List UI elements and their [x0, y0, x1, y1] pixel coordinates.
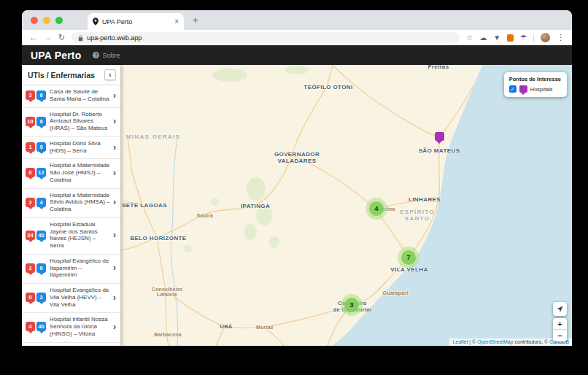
zoom-in-button[interactable]: +: [553, 318, 567, 330]
hospital-list-item[interactable]: 10 8 Hospital Dr. Roberto Arnizaut Silva…: [22, 108, 120, 137]
leaflet-link[interactable]: Leaflet: [452, 339, 468, 344]
hospital-list-item[interactable]: 6 12 Hospital e Maternidade São José (HM…: [22, 159, 120, 188]
window-controls: [22, 10, 70, 30]
ward-count-badge: 0: [36, 263, 46, 273]
fullscreen-window-button[interactable]: [55, 17, 63, 24]
map-canvas[interactable]: FreitasTEÓFILO OTONIMINAS GERAISGOVERNAD…: [120, 65, 572, 346]
bed-badges: 4 40: [26, 322, 47, 331]
points-of-interest-panel: Pontos de Interesse ✓ Hospitais: [504, 72, 567, 97]
lock-icon: [78, 31, 83, 45]
poi-option-row: ✓ Hospitais: [509, 85, 561, 93]
sidebar-collapse-button[interactable]: ‹: [104, 69, 116, 80]
hospital-cluster-marker[interactable]: 7: [398, 247, 419, 268]
reload-icon[interactable]: ↻: [58, 34, 65, 42]
icu-count-badge: 2: [26, 263, 35, 273]
icu-count-badge: 1: [26, 142, 35, 152]
help-icon: ?: [93, 52, 99, 58]
chevron-right-icon: ›: [113, 322, 117, 332]
navigation-arrow-icon: [556, 303, 564, 316]
hospital-list-item[interactable]: 2 4 Hospital e Maternidade Sílvio Avidos…: [22, 189, 120, 218]
hospital-name: Hospital João dos Santos Neves (HJSN) – …: [50, 346, 110, 347]
browser-tab[interactable]: UPA Perto ×: [88, 13, 184, 30]
chevron-right-icon: ›: [113, 197, 117, 207]
icu-count-badge: 0: [26, 293, 35, 302]
hospital-name: Hospital e Maternidade São José (HMSJ) –…: [50, 162, 110, 183]
umbrella-extension-icon[interactable]: ☂: [520, 34, 527, 42]
caret-extension-icon[interactable]: ▼: [493, 34, 500, 42]
close-window-button[interactable]: [31, 17, 38, 24]
hospital-name: Hospital Dr. Roberto Arnizaut Silvares (…: [50, 111, 110, 132]
attribution-text: | ©: [468, 339, 477, 344]
poi-option-label: Hospitais: [530, 86, 553, 93]
profile-avatar[interactable]: [541, 33, 550, 42]
sidebar-header: UTIs / Enfermarias ‹: [22, 65, 120, 85]
hospital-cluster-marker[interactable]: 4: [365, 198, 387, 220]
cloud-extension-icon[interactable]: ☁: [479, 34, 487, 42]
hospital-name: Casa de Saúde de Santa Maria – Colatina: [50, 88, 110, 103]
hospital-name: Hospital e Maternidade Sílvio Avidos (HM…: [50, 192, 110, 213]
url-field[interactable]: upa-perto.web.app: [71, 32, 460, 43]
chevron-right-icon: ›: [113, 90, 117, 101]
hospital-name: Hospital Dório Silva (HDS) – Serra: [50, 140, 110, 155]
zoom-control: + −: [553, 318, 567, 341]
hospital-poi-marker[interactable]: [435, 132, 444, 141]
cluster-count: 4: [369, 201, 384, 216]
bookmark-star-icon[interactable]: ☆: [466, 34, 473, 42]
ward-count-badge: 6: [36, 90, 46, 100]
bed-badges: 6 12: [26, 168, 47, 177]
poi-panel-title: Pontos de Interesse: [509, 76, 561, 82]
chevron-right-icon: ›: [113, 168, 117, 178]
ward-count-badge: 9: [36, 142, 46, 152]
forward-icon[interactable]: →: [44, 34, 52, 42]
icu-count-badge: 2: [26, 198, 35, 207]
bed-badges: 2 4: [26, 198, 47, 207]
tab-close-icon[interactable]: ×: [174, 18, 179, 26]
hospital-list-item[interactable]: 0 8 Hospital João dos Santos Neves (HJSN…: [22, 343, 120, 347]
ward-count-badge: 12: [36, 168, 46, 177]
chevron-right-icon: ›: [113, 263, 117, 273]
bed-badges: 1 9: [26, 142, 47, 152]
ward-count-badge: 4: [36, 198, 46, 207]
orange-extension-icon[interactable]: [507, 34, 514, 42]
app-title: UPA Perto: [31, 50, 81, 61]
app-header: UPA Perto ? Sobre: [22, 45, 572, 65]
back-icon[interactable]: ←: [29, 34, 37, 42]
cluster-count: 3: [344, 298, 359, 312]
map-pin-favicon-icon: [93, 15, 98, 28]
browser-menu-icon[interactable]: ⋮: [557, 33, 565, 42]
chevron-right-icon: ›: [113, 230, 117, 240]
minimize-window-button[interactable]: [43, 17, 50, 24]
osm-link[interactable]: OpenStreetMap: [477, 339, 513, 344]
about-link[interactable]: ? Sobre: [93, 52, 120, 59]
toolbar-icons: ☆ ☁ ▼ ☂ ⋮: [466, 33, 565, 42]
hospital-name: Hospital Evangélico de Itapemirim – Itap…: [50, 258, 110, 279]
address-bar: ← → ↻ upa-perto.web.app ☆ ☁ ▼ ☂ ⋮: [22, 30, 572, 45]
new-tab-button[interactable]: +: [193, 15, 198, 26]
toolbar-divider: [533, 34, 534, 42]
ward-count-badge: 40: [36, 231, 46, 240]
chevron-right-icon: ›: [113, 142, 117, 152]
hospital-name: Hospital Evangélico de Vila Velha (HEVV)…: [50, 287, 110, 308]
hospital-list-item[interactable]: 3 6 Casa de Saúde de Santa Maria – Colat…: [22, 85, 120, 108]
zoom-out-button[interactable]: −: [553, 330, 567, 341]
bed-badges: 3 6: [26, 90, 47, 100]
hospital-list: 3 6 Casa de Saúde de Santa Maria – Colat…: [22, 85, 120, 346]
hospitais-checkbox[interactable]: ✓: [509, 85, 517, 93]
ward-count-badge: 2: [36, 293, 46, 302]
hospital-list-item[interactable]: 2 0 Hospital Evangélico de Itapemirim – …: [22, 255, 120, 284]
icu-count-badge: 6: [26, 168, 35, 177]
hospital-list-item[interactable]: 4 40 Hospital Infantil Nossa Senhora da …: [22, 313, 120, 342]
hospital-list-item[interactable]: 1 9 Hospital Dório Silva (HDS) – Serra ›: [22, 137, 120, 160]
sidebar-title: UTIs / Enfermarias: [28, 71, 95, 80]
hospital-list-item[interactable]: 34 40 Hospital Estadual Jayme dos Santos…: [22, 218, 120, 255]
browser-window: UPA Perto × + ← → ↻ upa-perto.web.app ☆ …: [22, 10, 572, 346]
ward-count-badge: 40: [36, 322, 46, 331]
tab-strip: UPA Perto × +: [22, 10, 572, 30]
bed-badges: 0 2: [26, 293, 47, 302]
hospital-cluster-marker[interactable]: 3: [341, 294, 363, 316]
hospital-marker-icon: [519, 85, 527, 93]
chevron-right-icon: ›: [113, 116, 117, 126]
locate-me-button[interactable]: [553, 302, 567, 316]
hospital-list-item[interactable]: 0 2 Hospital Evangélico de Vila Velha (H…: [22, 284, 120, 313]
hospital-name: Hospital Estadual Jayme dos Santos Neves…: [50, 221, 110, 250]
